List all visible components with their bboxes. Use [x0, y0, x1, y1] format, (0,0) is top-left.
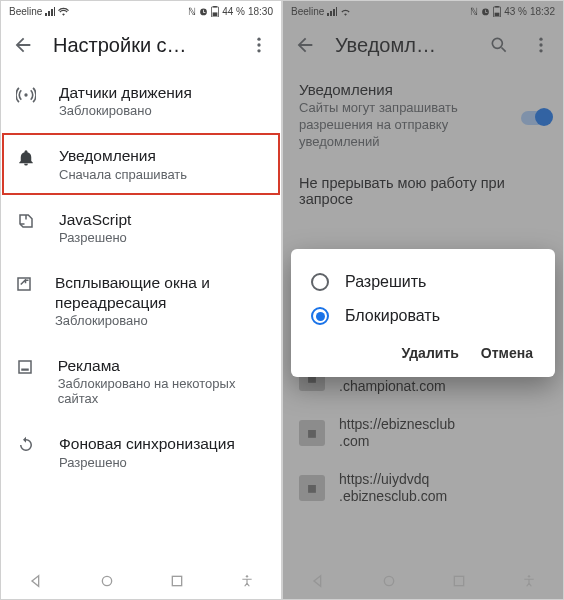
battery-icon — [211, 6, 219, 17]
row-label: Датчики движения — [59, 83, 192, 102]
nav-recent[interactable] — [169, 573, 185, 589]
popup-icon — [15, 273, 33, 293]
svg-rect-2 — [213, 12, 218, 16]
back-button[interactable] — [11, 33, 35, 57]
radio-icon — [311, 307, 329, 325]
overflow-button[interactable] — [247, 33, 271, 57]
ads-icon — [15, 356, 36, 376]
permission-dialog: Разрешить Блокировать Удалить Отмена — [291, 249, 555, 377]
row-ads[interactable]: Реклама Заблокировано на некоторых сайта… — [1, 342, 281, 420]
row-label: Всплывающие окна и переадресация — [55, 273, 267, 312]
row-notifications[interactable]: Уведомления Сначала спрашивать — [1, 132, 281, 195]
delete-button[interactable]: Удалить — [401, 345, 458, 361]
row-label: Реклама — [58, 356, 267, 375]
svg-rect-1 — [213, 6, 217, 7]
row-status: Сначала спрашивать — [59, 167, 187, 182]
row-status: Заблокировано — [59, 103, 192, 118]
row-status: Разрешено — [59, 230, 131, 245]
nav-back[interactable] — [28, 573, 44, 589]
radio-allow[interactable]: Разрешить — [303, 265, 543, 299]
svg-point-4 — [257, 43, 260, 46]
radio-block[interactable]: Блокировать — [303, 299, 543, 333]
clock-label: 18:30 — [248, 6, 273, 17]
carrier-label: Beeline — [9, 6, 42, 17]
radio-label: Блокировать — [345, 307, 440, 325]
settings-list: Датчики движения Заблокировано Уведомлен… — [1, 69, 281, 563]
row-label: JavaScript — [59, 210, 131, 229]
row-bg-sync[interactable]: Фоновая синхронизация Разрешено — [1, 420, 281, 483]
status-bar: Beeline ℕ 44 % 18:30 — [1, 1, 281, 21]
bell-icon — [15, 146, 37, 168]
phone-right: Beeline ℕ 43 % 18:32 Уведомл… — [282, 0, 564, 600]
broadcast-icon — [15, 83, 37, 105]
row-label: Фоновая синхронизация — [59, 434, 235, 453]
cancel-button[interactable]: Отмена — [481, 345, 533, 361]
app-bar: Настройки с… — [1, 21, 281, 69]
radio-icon — [311, 273, 329, 291]
sync-icon — [15, 434, 37, 454]
nav-accessibility[interactable] — [240, 573, 254, 589]
svg-point-8 — [102, 576, 111, 585]
svg-point-10 — [246, 575, 248, 577]
svg-point-5 — [257, 49, 260, 52]
row-status: Заблокировано — [55, 313, 267, 328]
row-label: Уведомления — [59, 146, 187, 165]
svg-point-3 — [257, 38, 260, 41]
row-javascript[interactable]: JavaScript Разрешено — [1, 196, 281, 259]
nav-home[interactable] — [99, 573, 115, 589]
nav-bar — [1, 563, 281, 599]
signal-icon — [45, 7, 55, 16]
row-motion-sensors[interactable]: Датчики движения Заблокировано — [1, 69, 281, 132]
nfc-icon: ℕ — [188, 6, 196, 17]
svg-rect-9 — [173, 576, 182, 585]
svg-rect-6 — [19, 361, 31, 373]
wifi-icon — [58, 7, 69, 16]
script-icon — [15, 210, 37, 230]
row-status: Заблокировано на некоторых сайтах — [58, 376, 267, 406]
svg-rect-7 — [22, 368, 30, 370]
battery-pct: 44 % — [222, 6, 245, 17]
row-status: Разрешено — [59, 455, 235, 470]
radio-label: Разрешить — [345, 273, 426, 291]
page-title: Настройки с… — [53, 34, 229, 57]
row-popups[interactable]: Всплывающие окна и переадресация Заблоки… — [1, 259, 281, 342]
phone-left: Beeline ℕ 44 % 18:30 Настройки с… — [0, 0, 282, 600]
alarm-icon — [199, 7, 208, 16]
